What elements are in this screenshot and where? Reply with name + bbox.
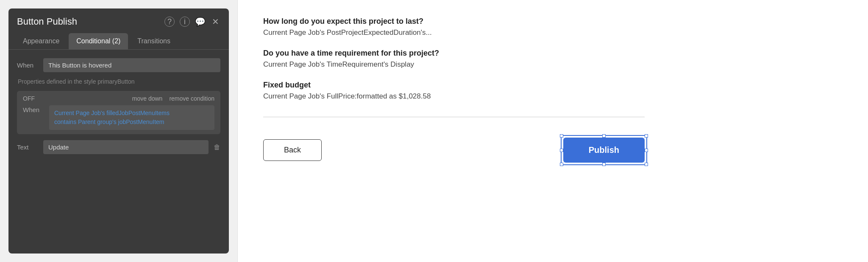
content-area: How long do you expect this project to l… [263,17,645,249]
condition1-value[interactable]: This Button is hovered [43,58,220,72]
handle-tr [645,134,648,138]
move-down-action[interactable]: move down [132,95,163,102]
remove-condition-action[interactable]: remove condition [169,95,214,102]
handle-tm [602,134,606,138]
panel-header: Button Publish ? i 💬 ✕ [8,8,229,33]
text-label: Text [17,144,38,151]
handle-br [645,163,648,166]
condition2-value[interactable]: Current Page Job's filledJobPostMenuItem… [49,105,214,130]
condition1-row: When This Button is hovered [17,58,220,72]
handle-ml [560,149,563,152]
back-button[interactable]: Back [263,139,322,161]
question-block-2: Do you have a time requirement for this … [263,49,645,69]
panel-title: Button Publish [17,16,77,27]
panel-content: When This Button is hovered Properties d… [8,50,229,254]
question-answer-1: Current Page Job's PostProjectExpectedDu… [263,28,645,37]
question-title-1: How long do you expect this project to l… [263,17,645,26]
condition2-meta-row: OFF move down remove condition [23,95,214,102]
question-block-3: Fixed budget Current Page Job's FullPric… [263,81,645,101]
bottom-actions: Back Publish [263,138,645,163]
divider [263,117,645,117]
question-title-2: Do you have a time requirement for this … [263,49,645,58]
tab-transitions[interactable]: Transitions [130,33,178,49]
off-badge: OFF [23,95,35,102]
question-title-3: Fixed budget [263,81,645,90]
handle-mr [645,149,648,152]
question-answer-2: Current Page Job's TimeRequirement's Dis… [263,60,645,69]
trash-icon[interactable]: 🗑 [214,144,220,151]
meta-actions: move down remove condition [132,95,214,102]
info-icon[interactable]: i [180,17,190,27]
publish-button[interactable]: Publish [563,138,645,163]
condition2-block: OFF move down remove condition When Curr… [17,91,220,134]
close-icon[interactable]: ✕ [210,17,220,27]
left-panel: Button Publish ? i 💬 ✕ Appearance Condit… [8,8,229,254]
text-input[interactable] [43,140,209,154]
panel-icons: ? i 💬 ✕ [164,17,220,27]
tab-conditional[interactable]: Conditional (2) [69,33,128,49]
tab-appearance[interactable]: Appearance [15,33,67,49]
handle-tl [560,134,563,138]
text-row: Text 🗑 [17,140,220,154]
handle-bl [560,163,563,166]
tabs-container: Appearance Conditional (2) Transitions [8,33,229,50]
properties-text: Properties defined in the style primaryB… [17,78,220,85]
right-panel: How long do you expect this project to l… [237,0,868,262]
condition2-when-row: When Current Page Job's filledJobPostMen… [23,105,214,130]
when-label-1: When [17,62,38,69]
when-label-2: When [23,105,44,113]
handle-bm [602,163,606,166]
question-block-1: How long do you expect this project to l… [263,17,645,37]
help-icon[interactable]: ? [164,17,175,27]
comment-icon[interactable]: 💬 [195,17,205,27]
question-answer-3: Current Page Job's FullPrice:formatted a… [263,92,645,101]
publish-button-container: Publish [563,138,645,163]
